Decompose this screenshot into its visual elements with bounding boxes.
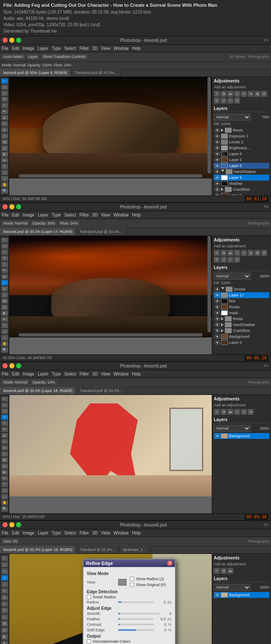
- tool3-hand[interactable]: ✋: [1, 500, 8, 505]
- adj-saturation[interactable]: ◉: [254, 91, 260, 97]
- tool-hand[interactable]: ✋: [1, 182, 8, 187]
- tool-text[interactable]: T: [1, 164, 8, 169]
- blend-mode-select-3[interactable]: Normal: [214, 425, 251, 432]
- layer-roots[interactable]: Roots: [214, 127, 269, 133]
- tool3-eraser[interactable]: ◻: [1, 451, 8, 456]
- shift-slider[interactable]: [118, 629, 155, 631]
- contrast-slider[interactable]: [118, 624, 155, 625]
- smooth-slider[interactable]: [118, 613, 160, 614]
- tool2-lasso[interactable]: ⌖: [1, 249, 8, 255]
- tab-1-active[interactable]: lesson6.psd @ 50% (Layer 8, RGB/8): [0, 69, 71, 77]
- menu-file-4[interactable]: File: [2, 531, 8, 535]
- tab-2-secondary[interactable]: Tuto4psd.psd @ 33.3%...: [76, 228, 126, 236]
- blend-mode-select-1[interactable]: Normal: [214, 114, 251, 121]
- adj3-5[interactable]: ⊙: [241, 409, 247, 415]
- tool4-clone[interactable]: ⊘: [1, 608, 8, 613]
- adj-photo[interactable]: ◫: [221, 98, 227, 104]
- adj-hue[interactable]: ◈: [248, 91, 254, 97]
- adj2-hue[interactable]: ◈: [248, 250, 254, 256]
- menu-window-4[interactable]: Window: [113, 531, 129, 535]
- adj-channel[interactable]: ≡: [227, 98, 233, 104]
- tool-magic[interactable]: ✦: [1, 97, 8, 102]
- add-adjustment-4[interactable]: Add an adjustment: [214, 562, 269, 566]
- close-icon-2[interactable]: [3, 204, 8, 209]
- refine-edge-dialog[interactable]: Refine Edge ✕ View Mode View:: [83, 559, 176, 644]
- show-original-checkbox[interactable]: [130, 583, 134, 587]
- tool2-move[interactable]: ↖: [1, 238, 8, 243]
- tool3-shape[interactable]: □: [1, 494, 8, 499]
- menu-image-1[interactable]: Image: [22, 46, 34, 51]
- tab-4-secondary[interactable]: Tuto4psd @ 33.3%...: [76, 546, 119, 554]
- radius-slider[interactable]: [118, 601, 154, 603]
- close-icon[interactable]: [3, 38, 8, 43]
- tool-gradient[interactable]: ▤: [1, 140, 8, 145]
- layer-6[interactable]: Layer 6: [214, 157, 269, 163]
- tool3-heal[interactable]: ⊕: [1, 433, 8, 438]
- tool3-dodge[interactable]: ◐: [1, 470, 8, 475]
- minimize-icon-2[interactable]: [9, 204, 14, 209]
- tool-zoom[interactable]: 🔍: [1, 188, 8, 193]
- tool4-pen[interactable]: ✒: [1, 641, 8, 644]
- adj2-cb[interactable]: ⊞: [261, 250, 267, 256]
- layer-crackfloor[interactable]: Crackfloor: [214, 186, 269, 192]
- adj2-exposure[interactable]: ⊙: [241, 250, 247, 256]
- tool2-dodge[interactable]: ◐: [1, 311, 8, 316]
- tab-4-active[interactable]: lesson6.psd @ 33.3% (Layer 18, RGB/8): [0, 546, 76, 554]
- adj2-bw[interactable]: ⊟: [214, 257, 220, 263]
- layer-9[interactable]: Layer 9: [214, 175, 269, 181]
- tool-eraser[interactable]: ◻: [1, 133, 8, 138]
- layer-brightness[interactable]: Brightness...: [214, 145, 269, 151]
- tool-select[interactable]: ▭: [1, 85, 8, 90]
- menu-window-2[interactable]: Window: [113, 213, 129, 217]
- adj-invert[interactable]: ⊗: [234, 98, 240, 104]
- tool-clone[interactable]: ⊘: [1, 127, 8, 132]
- tool2-text[interactable]: T: [1, 323, 8, 328]
- toolbar-3-opacity[interactable]: Opacity: 15%: [31, 380, 57, 385]
- menu-window-1[interactable]: Window: [113, 46, 129, 51]
- adj-levels[interactable]: ▬: [227, 91, 233, 97]
- menu-select-1[interactable]: Select: [64, 46, 76, 51]
- adj3-1[interactable]: ☀: [214, 409, 220, 415]
- add-adjustment-3[interactable]: Add an adjustment: [214, 403, 269, 407]
- tool3-pen[interactable]: ✒: [1, 476, 8, 481]
- adj2-invert[interactable]: ⊗: [234, 257, 240, 263]
- adj3-2[interactable]: ◑: [221, 409, 227, 415]
- menu-view-4[interactable]: View: [101, 531, 111, 535]
- tool-move[interactable]: ↖: [1, 79, 8, 84]
- maximize-icon-2[interactable]: [16, 204, 21, 209]
- menu-3d-3[interactable]: 3D: [92, 372, 98, 376]
- tool3-path[interactable]: ◇: [1, 488, 8, 493]
- tool3-brush[interactable]: ✏: [1, 439, 8, 444]
- tool4-brush[interactable]: ✏: [1, 601, 8, 607]
- close-icon-4[interactable]: [3, 522, 8, 527]
- layer2-17[interactable]: Layer 17: [214, 292, 269, 298]
- menu-edit-4[interactable]: Edit: [12, 531, 19, 535]
- layer-5[interactable]: Layer 5: [214, 163, 269, 169]
- tool4-lasso[interactable]: ⌖: [1, 568, 8, 574]
- menu-select-2[interactable]: Select: [64, 213, 76, 217]
- tool3-eyedrop[interactable]: ✒: [1, 427, 8, 432]
- transform-controls-1[interactable]: Show Transform Controls: [41, 54, 88, 59]
- menu-view-1[interactable]: View: [101, 46, 111, 51]
- menu-select-3[interactable]: Select: [64, 372, 76, 376]
- tool2-blur[interactable]: ◎: [1, 304, 8, 310]
- tab-4-third[interactable]: ejinkwept_2...: [119, 546, 150, 554]
- menu-type-3[interactable]: Type: [52, 372, 61, 376]
- minimize-icon-3[interactable]: [9, 363, 14, 368]
- menu-layer-3[interactable]: Layer: [38, 372, 48, 376]
- blend-mode-select-4[interactable]: Normal: [214, 584, 251, 591]
- layer-select-1[interactable]: Layer: [27, 54, 40, 59]
- blend-mode-select-2[interactable]: Normal: [214, 273, 251, 280]
- layer2-rocks[interactable]: Rocks: [214, 304, 269, 310]
- close-icon-3[interactable]: [3, 363, 8, 368]
- adj2-brightness[interactable]: ☀: [214, 250, 220, 256]
- tool2-magic[interactable]: ✦: [1, 256, 8, 261]
- tool2-brush[interactable]: ✏: [1, 280, 8, 285]
- layer2-background[interactable]: Background: [214, 334, 269, 340]
- tool2-crop[interactable]: ⌗: [1, 262, 8, 267]
- auto-select-1[interactable]: Auto-Select: [2, 54, 25, 59]
- adj-curves[interactable]: ∿: [234, 91, 240, 97]
- layer4-background[interactable]: Background: [214, 592, 269, 598]
- tool2-select[interactable]: ▭: [1, 244, 8, 249]
- tool-eyedrop[interactable]: ✒: [1, 109, 8, 114]
